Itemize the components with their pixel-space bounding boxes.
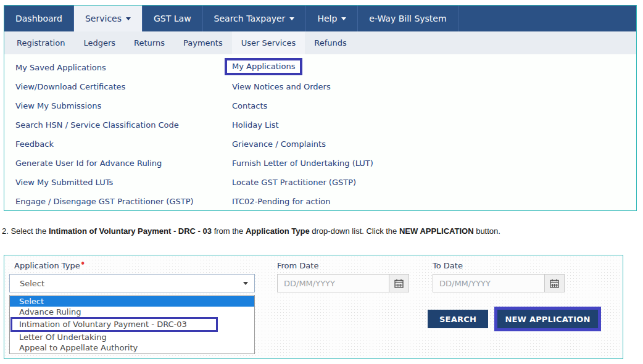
- services-sub-navigation: Registration Ledgers Returns Payments Us…: [4, 31, 636, 54]
- nav-item-label: Search Taxpayer: [214, 14, 286, 23]
- menu-link-my-saved-applications[interactable]: My Saved Applications: [15, 63, 232, 72]
- gst-portal-page: Dashboard Services GST Law Search Taxpay…: [0, 0, 643, 364]
- menu-link-view-notices-and-orders[interactable]: View Notices and Orders: [232, 82, 636, 91]
- option-intimation-voluntary-payment-drc03[interactable]: Intimation of Voluntary Payment - DRC-03: [10, 317, 218, 332]
- new-application-annotation-box: NEW APPLICATION: [494, 307, 601, 331]
- menu-link-view-my-submitted-luts[interactable]: View My Submitted LUTs: [15, 178, 232, 187]
- calendar-icon: [394, 279, 404, 288]
- nav-item-gst-law[interactable]: GST Law: [143, 6, 203, 31]
- application-type-option-list: Select Advance Ruling Intimation of Volu…: [9, 295, 255, 354]
- option-advance-ruling[interactable]: Advance Ruling: [10, 307, 254, 317]
- my-applications-search-panel: Application Type• Select Select Advance …: [4, 255, 623, 359]
- application-type-label: Application Type•: [14, 261, 86, 270]
- application-type-selected-value: Select: [20, 279, 243, 288]
- nav-item-label: Services: [85, 14, 122, 23]
- calendar-icon: [550, 279, 559, 288]
- to-date-calendar-button[interactable]: [545, 274, 565, 292]
- menu-link-my-applications[interactable]: My Applications: [225, 58, 302, 75]
- option-letter-of-undertaking[interactable]: Letter Of Undertaking: [10, 332, 254, 342]
- menu-link-furnish-lut[interactable]: Furnish Letter of Undertaking (LUT): [232, 159, 636, 168]
- subnav-item-registration[interactable]: Registration: [7, 31, 74, 54]
- subnav-item-refunds[interactable]: Refunds: [305, 31, 356, 54]
- menu-link-view-my-submissions[interactable]: View My Submissions: [15, 101, 232, 110]
- nav-item-help[interactable]: Help: [306, 6, 358, 31]
- nav-item-label: Help: [317, 14, 337, 23]
- option-appeal-to-appellate-authority[interactable]: Appeal to Appellate Authority: [10, 342, 254, 353]
- to-date-input[interactable]: [433, 274, 545, 292]
- subnav-item-returns[interactable]: Returns: [125, 31, 174, 54]
- instruction-segment: 2. Select the: [2, 226, 49, 236]
- select-dropdown-arrow-icon: [243, 282, 248, 285]
- to-date-group: [433, 274, 565, 292]
- new-application-button[interactable]: NEW APPLICATION: [497, 310, 598, 328]
- instruction-segment: from the: [212, 226, 246, 236]
- menu-link-engage-disengage-gstp[interactable]: Engage / Disengage GST Practitioner (GST…: [15, 197, 232, 206]
- to-date-label: To Date: [433, 261, 463, 270]
- menu-link-holiday-list[interactable]: Holiday List: [232, 120, 636, 130]
- from-date-calendar-button[interactable]: [389, 274, 409, 292]
- search-button[interactable]: SEARCH: [428, 310, 488, 328]
- top-navigation-bar: Dashboard Services GST Law Search Taxpay…: [4, 6, 636, 31]
- instruction-segment-bold: Application Type: [246, 226, 310, 236]
- from-date-label: From Date: [277, 261, 318, 270]
- subnav-item-ledgers[interactable]: Ledgers: [74, 31, 125, 54]
- subnav-item-payments[interactable]: Payments: [174, 31, 232, 54]
- nav-item-services[interactable]: Services: [74, 6, 143, 31]
- nav-item-search-taxpayer[interactable]: Search Taxpayer: [203, 6, 307, 31]
- nav-item-label: GST Law: [154, 14, 191, 23]
- option-select[interactable]: Select: [10, 296, 254, 307]
- menu-link-feedback[interactable]: Feedback: [15, 139, 232, 149]
- nav-item-label: e-Way Bill System: [369, 14, 446, 23]
- instruction-segment: button.: [474, 226, 500, 236]
- services-mega-menu-panel: Dashboard Services GST Law Search Taxpay…: [4, 5, 637, 211]
- caret-down-icon: [126, 17, 131, 20]
- menu-link-generate-user-id-advance-ruling[interactable]: Generate User Id for Advance Ruling: [15, 159, 232, 168]
- instruction-segment-bold: NEW APPLICATION: [399, 226, 474, 236]
- menu-link-search-hsn[interactable]: Search HSN / Service Classification Code: [15, 120, 232, 130]
- instruction-segment: drop-down list. Click the: [310, 226, 399, 236]
- caret-down-icon: [341, 17, 346, 20]
- application-type-label-text: Application Type: [14, 261, 80, 270]
- menu-link-itc02-pending[interactable]: ITC02-Pending for action: [232, 197, 636, 206]
- nav-item-eway-bill-system[interactable]: e-Way Bill System: [358, 6, 458, 31]
- menu-cell: My Applications: [232, 59, 636, 77]
- subnav-item-user-services[interactable]: User Services: [232, 31, 305, 54]
- menu-link-view-download-certificates[interactable]: View/Download Certificates: [15, 82, 232, 91]
- step-instruction-text: 2. Select the Intimation of Voluntary Pa…: [2, 226, 637, 236]
- menu-link-contacts[interactable]: Contacts: [232, 101, 636, 110]
- menu-link-grievance-complaints[interactable]: Grievance / Complaints: [232, 139, 636, 149]
- application-type-select[interactable]: Select: [9, 274, 255, 292]
- menu-link-locate-gstp[interactable]: Locate GST Practitioner (GSTP): [232, 178, 636, 187]
- from-date-group: [277, 274, 409, 292]
- from-date-input[interactable]: [277, 274, 389, 292]
- required-indicator: •: [80, 259, 86, 270]
- nav-item-dashboard[interactable]: Dashboard: [4, 6, 74, 31]
- instruction-segment-bold: Intimation of Voluntary Payment - DRC - …: [49, 226, 212, 236]
- caret-down-icon: [289, 17, 294, 20]
- user-services-menu: My Saved Applications My Applications Vi…: [4, 54, 636, 211]
- nav-item-label: Dashboard: [15, 14, 62, 23]
